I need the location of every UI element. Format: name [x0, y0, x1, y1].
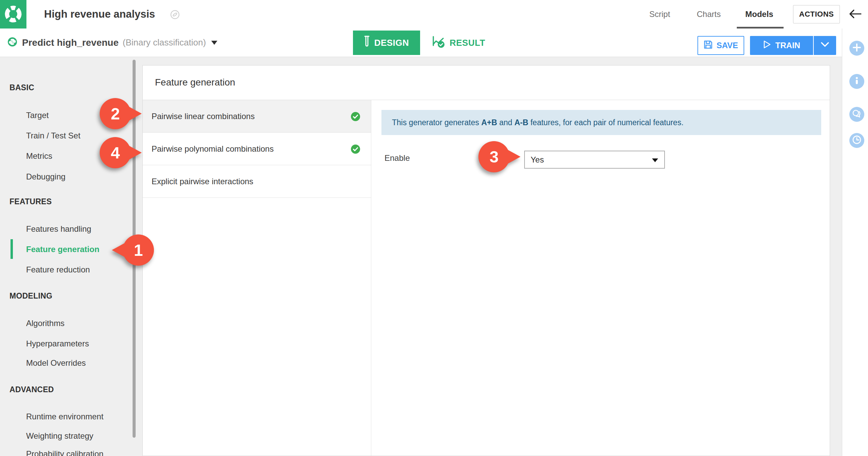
sidebar-item-metrics[interactable]: Metrics [26, 151, 52, 161]
sidebar-item-feature-reduction[interactable]: Feature reduction [26, 265, 90, 275]
train-button[interactable]: TRAIN [750, 36, 813, 55]
tab-script[interactable]: Script [649, 0, 670, 28]
sidebar-item-features-handling[interactable]: Features handling [26, 224, 91, 234]
sidebar-item-feature-generation[interactable]: Feature generation [26, 244, 99, 254]
generator-info-box: This generator generates A+B and A-B fea… [381, 110, 821, 135]
generator-label: Explicit pairwise interactions [152, 165, 253, 198]
train-options-button[interactable] [814, 36, 836, 55]
save-button[interactable]: SAVE [697, 36, 744, 55]
info-button[interactable] [849, 74, 864, 89]
sidebar-item-algorithms[interactable]: Algorithms [26, 318, 64, 328]
sidebar-item-weighting-strategy[interactable]: Weighting strategy [26, 431, 93, 441]
plus-icon [852, 43, 861, 53]
enable-select-value: Yes [531, 155, 544, 165]
save-label: SAVE [716, 41, 738, 50]
enable-label: Enable [384, 153, 410, 163]
generator-row-pairwise-linear[interactable]: Pairwise linear combinations [143, 100, 371, 133]
collapse-panel-button[interactable] [848, 8, 863, 21]
tab-models[interactable]: Models [745, 0, 773, 28]
save-floppy-icon [704, 40, 713, 51]
info-text: This generator generates A+B and A-B fea… [392, 118, 684, 127]
train-label: TRAIN [775, 41, 800, 50]
annotation-balloon-2: 2 [100, 98, 131, 129]
result-tab-button[interactable]: RESULT [431, 31, 485, 55]
generator-row-pairwise-polynomial[interactable]: Pairwise polynomial combinations [143, 133, 371, 165]
annotation-balloon-4: 4 [100, 137, 131, 168]
info-icon [852, 76, 861, 87]
design-tab-button[interactable]: DESIGN [353, 31, 420, 55]
model-bar: Predict high_revenue (Binary classificat… [0, 28, 842, 57]
top-bar: High revenue analysis Script Charts Mode… [0, 0, 868, 29]
sidebar-section-basic: BASIC [9, 82, 34, 93]
select-caret-icon [652, 158, 658, 162]
model-type-label: (Binary classification) [123, 37, 206, 48]
sidebar-item-model-overrides[interactable]: Model Overrides [26, 358, 86, 368]
automation-status-icon[interactable] [170, 10, 180, 21]
enable-select[interactable]: Yes [524, 151, 665, 169]
project-title: High revenue analysis [44, 0, 155, 28]
sidebar-item-target[interactable]: Target [26, 110, 49, 120]
sidebar-item-debugging[interactable]: Debugging [26, 172, 65, 182]
design-vial-icon [364, 35, 370, 51]
tab-charts[interactable]: Charts [697, 0, 721, 28]
result-label: RESULT [450, 38, 485, 48]
sidebar-item-train-test-set[interactable]: Train / Test Set [26, 131, 80, 141]
result-chart-check-icon [431, 35, 446, 51]
model-selector[interactable]: Predict high_revenue (Binary classificat… [8, 28, 217, 57]
design-label: DESIGN [374, 38, 409, 48]
history-button[interactable] [849, 133, 864, 148]
sidebar-section-modeling: MODELING [9, 291, 52, 301]
generator-detail-panel: This generator generates A+B and A-B fea… [371, 100, 830, 456]
chevron-down-icon [821, 42, 829, 49]
enabled-check-icon [351, 112, 360, 122]
chat-bubbles-icon [852, 109, 862, 120]
generator-label: Pairwise polynomial combinations [152, 133, 274, 165]
model-dropdown-caret-icon[interactable] [211, 41, 217, 45]
right-rail [842, 28, 868, 456]
discussions-button[interactable] [849, 107, 864, 122]
sidebar-section-advanced: ADVANCED [9, 384, 54, 395]
sidebar-section-features: FEATURES [9, 196, 52, 207]
feature-generation-panel: Feature generation Pairwise linear combi… [142, 65, 830, 456]
active-item-indicator [11, 239, 13, 259]
train-play-icon [763, 40, 771, 51]
panel-title: Feature generation [155, 77, 235, 88]
generator-row-explicit-pairwise[interactable]: Explicit pairwise interactions [143, 165, 371, 198]
model-name: Predict high_revenue [22, 37, 119, 48]
sidebar-item-hyperparameters[interactable]: Hyperparameters [26, 339, 89, 349]
app-root: High revenue analysis Script Charts Mode… [0, 0, 868, 456]
panel-header: Feature generation [143, 65, 830, 100]
annotation-balloon-1: 1 [123, 234, 154, 266]
dataiku-logo[interactable] [0, 0, 26, 28]
annotation-balloon-3: 3 [478, 141, 510, 172]
actions-button[interactable]: ACTIONS [793, 5, 840, 23]
enabled-check-icon [351, 145, 360, 155]
clock-icon [852, 135, 862, 146]
add-button[interactable] [849, 41, 864, 56]
generator-label: Pairwise linear combinations [152, 100, 255, 133]
prediction-model-icon [8, 37, 17, 48]
sidebar-item-runtime-environment[interactable]: Runtime environment [26, 412, 103, 422]
generator-list: Pairwise linear combinations Pairwise po… [143, 100, 371, 198]
sidebar-item-probability-calibration[interactable]: Probability calibration [26, 449, 103, 456]
dataiku-logo-icon [4, 4, 23, 24]
